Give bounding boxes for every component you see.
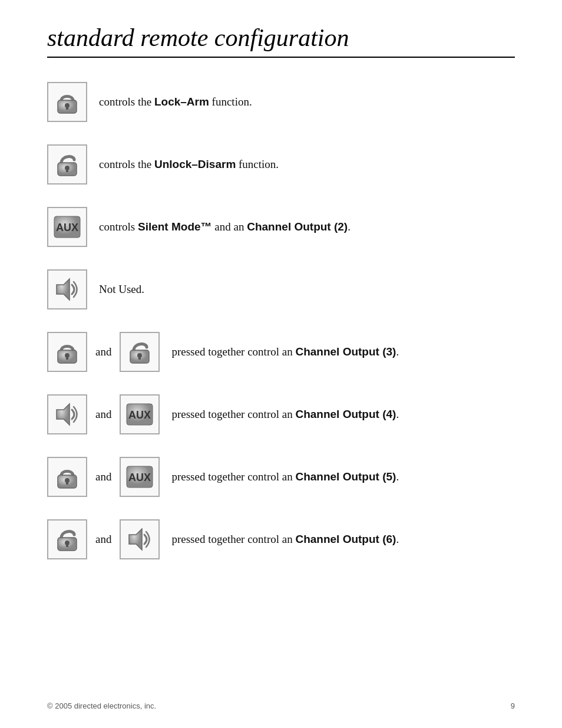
combo5-icon2-box — [120, 332, 160, 372]
svg-text:AUX: AUX — [128, 409, 151, 421]
combo6-aux-icon: AUX — [124, 399, 155, 430]
svg-marker-26 — [129, 529, 142, 550]
item-lock-aux-combo: and AUX pressed together control an Chan… — [47, 456, 515, 498]
lock-arm-text: controls the Lock–Arm function. — [99, 94, 252, 111]
item-lock-unlock-combo: and pressed together control an Channel … — [47, 331, 515, 373]
item-unlock-disarm: controls the Unlock–Disarm function. — [47, 144, 515, 185]
svg-marker-15 — [57, 404, 70, 425]
and-label-7: and — [95, 470, 111, 483]
svg-text:AUX: AUX — [128, 472, 151, 483]
speaker-icon — [52, 274, 82, 305]
svg-rect-2 — [66, 106, 68, 110]
combo7-icon2-box: AUX — [120, 457, 160, 497]
page-container: standard remote configuration — [0, 0, 562, 617]
svg-rect-11 — [66, 356, 68, 360]
aux-icon-box: AUX — [47, 207, 87, 247]
svg-rect-20 — [66, 481, 68, 485]
combo5-lock-open-icon — [124, 337, 155, 367]
page-title: standard remote configuration — [47, 24, 515, 58]
combo7-text: pressed together control an Channel Outp… — [171, 469, 399, 486]
combo5-icon1-box — [47, 332, 87, 372]
combo8-icon1-box — [47, 519, 87, 559]
combo8-speaker-icon — [124, 524, 155, 555]
item-aux: AUX controls Silent Mode™ and an Channel… — [47, 206, 515, 248]
aux-text: controls Silent Mode™ and an Channel Out… — [99, 219, 351, 236]
item-unlock-speaker-combo: and pressed together control an Channel … — [47, 519, 515, 560]
item-speaker-aux-combo: and AUX pressed together control an Chan… — [47, 394, 515, 435]
combo6-text: pressed together control an Channel Outp… — [171, 406, 399, 423]
combo5-lock-closed-icon — [52, 337, 82, 367]
and-label-5: and — [95, 345, 111, 358]
item-speaker: Not Used. — [47, 269, 515, 310]
combo5-text: pressed together control an Channel Outp… — [171, 344, 399, 361]
lock-closed-icon — [52, 87, 82, 117]
footer-page-number: 9 — [511, 701, 515, 710]
combo7-lock-closed-icon — [52, 462, 82, 492]
svg-text:AUX: AUX — [56, 222, 78, 233]
combo7-icon1-box — [47, 457, 87, 497]
speaker-icon-box — [47, 269, 87, 309]
combo7-aux-icon: AUX — [124, 462, 155, 492]
footer: © 2005 directed electronics, inc. 9 — [47, 701, 515, 710]
footer-copyright: © 2005 directed electronics, inc. — [47, 701, 156, 710]
aux-icon: AUX — [52, 212, 82, 242]
item-lock-arm: controls the Lock–Arm function. — [47, 81, 515, 123]
combo8-icon2-box — [120, 519, 160, 559]
svg-rect-14 — [138, 356, 141, 360]
unlock-disarm-text: controls the Unlock–Disarm function. — [99, 156, 279, 173]
lock-open-icon-box — [47, 144, 87, 185]
and-label-8: and — [95, 533, 111, 546]
not-used-text: Not Used. — [99, 281, 144, 298]
svg-marker-8 — [57, 279, 70, 300]
combo8-lock-open-icon — [52, 524, 82, 555]
svg-rect-25 — [66, 543, 68, 547]
lock-open-icon — [52, 149, 82, 180]
combo8-text: pressed together control an Channel Outp… — [171, 531, 399, 548]
combo6-icon2-box: AUX — [120, 394, 160, 434]
combo6-icon1-box — [47, 394, 87, 434]
svg-rect-5 — [66, 169, 68, 172]
and-label-6: and — [95, 408, 111, 421]
combo6-speaker-icon — [52, 399, 82, 430]
lock-closed-icon-box — [47, 82, 87, 122]
